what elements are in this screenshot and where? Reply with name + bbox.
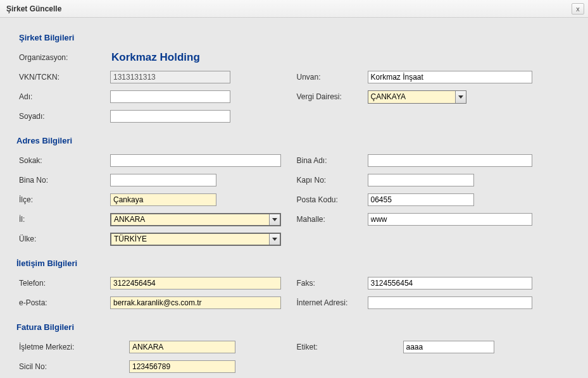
chevron-down-icon bbox=[455, 91, 466, 103]
chevron-down-icon bbox=[269, 214, 280, 225]
section-company-title: Şirket Bilgileri bbox=[16, 33, 572, 42]
section-invoice: Fatura Bilgileri İşletme Merkezi: Sicil … bbox=[16, 322, 572, 377]
ulke-label: Ülke: bbox=[16, 235, 110, 243]
section-contact: İletişim Bilgileri Telefon: e-Posta: Fak… bbox=[16, 259, 572, 314]
vergi-dairesi-select[interactable]: ÇANKAYA bbox=[368, 90, 466, 104]
soyadi-input[interactable] bbox=[110, 110, 230, 123]
kapi-no-label: Kapı No: bbox=[294, 176, 368, 185]
etiket-label: Etiket: bbox=[294, 343, 403, 351]
section-company: Şirket Bilgileri Organizasyon: Korkmaz H… bbox=[16, 33, 572, 127]
faks-input[interactable] bbox=[368, 277, 532, 290]
section-invoice-title: Fatura Bilgileri bbox=[16, 322, 572, 332]
mahalle-label: Mahalle: bbox=[294, 215, 368, 224]
unvan-label: Unvan: bbox=[294, 73, 368, 82]
bina-adi-label: Bina Adı: bbox=[294, 156, 368, 165]
section-address-title: Adres Bilgileri bbox=[16, 136, 572, 145]
ulke-select[interactable]: TÜRKİYE bbox=[110, 233, 281, 246]
mahalle-input[interactable] bbox=[368, 213, 532, 226]
adi-input[interactable] bbox=[110, 90, 230, 103]
sicil-no-label: Sicil No: bbox=[16, 362, 129, 371]
il-selected: ANKARA bbox=[114, 215, 269, 224]
section-contact-title: İletişim Bilgileri bbox=[16, 259, 572, 268]
eposta-input[interactable] bbox=[110, 296, 281, 309]
telefon-label: Telefon: bbox=[16, 279, 110, 288]
chevron-down-icon bbox=[269, 234, 280, 245]
bina-adi-input[interactable] bbox=[368, 154, 532, 167]
organizasyon-label: Organizasyon: bbox=[16, 53, 110, 62]
eposta-label: e-Posta: bbox=[16, 298, 110, 307]
sokak-label: Sokak: bbox=[16, 156, 110, 165]
bina-no-label: Bina No: bbox=[16, 176, 110, 185]
posta-kodu-input[interactable] bbox=[368, 193, 474, 206]
kapi-no-input[interactable] bbox=[368, 174, 474, 186]
close-button[interactable]: x bbox=[572, 3, 584, 15]
unvan-input[interactable] bbox=[368, 71, 532, 83]
internet-adresi-label: İnternet Adresi: bbox=[294, 298, 368, 307]
etiket-input[interactable] bbox=[403, 341, 494, 353]
vkn-input bbox=[110, 71, 230, 83]
organizasyon-value: Korkmaz Holding bbox=[110, 51, 200, 64]
ulke-selected: TÜRKİYE bbox=[114, 235, 269, 243]
dialog-content: Şirket Bilgileri Organizasyon: Korkmaz H… bbox=[0, 18, 588, 378]
vergi-dairesi-label: Vergi Dairesi: bbox=[294, 92, 368, 101]
faks-label: Faks: bbox=[294, 279, 368, 288]
isletme-merkezi-label: İşletme Merkezi: bbox=[16, 343, 129, 351]
il-label: İl: bbox=[16, 215, 110, 224]
window-title: Şirket Güncelle bbox=[6, 4, 61, 13]
posta-kodu-label: Posta Kodu: bbox=[294, 195, 368, 204]
window-titlebar: Şirket Güncelle x bbox=[0, 0, 588, 18]
soyadi-label: Soyadı: bbox=[16, 112, 110, 121]
adi-label: Adı: bbox=[16, 92, 110, 101]
vergi-dairesi-selected: ÇANKAYA bbox=[371, 92, 455, 101]
internet-adresi-input[interactable] bbox=[368, 296, 532, 309]
ilce-label: İlçe: bbox=[16, 195, 110, 204]
bina-no-input[interactable] bbox=[110, 174, 216, 186]
telefon-input[interactable] bbox=[110, 277, 281, 290]
section-address: Adres Bilgileri Sokak: Bina No: İlçe: İl… bbox=[16, 136, 572, 250]
isletme-merkezi-input[interactable] bbox=[129, 341, 235, 353]
sicil-no-input[interactable] bbox=[129, 360, 235, 373]
ilce-input[interactable] bbox=[110, 193, 216, 206]
il-select[interactable]: ANKARA bbox=[110, 213, 281, 226]
vkn-label: VKN/TCKN: bbox=[16, 73, 110, 82]
sokak-input[interactable] bbox=[110, 154, 281, 167]
